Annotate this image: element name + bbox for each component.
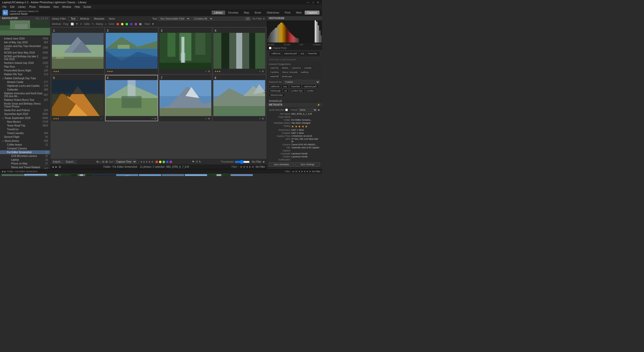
kw-yosemite[interactable]: Yosemite <box>306 52 318 56</box>
color-blue[interactable] <box>130 23 133 25</box>
survey-view-button[interactable]: ⊠ <box>105 160 108 163</box>
nav-ctrl-fll[interactable]: FLL <box>36 17 40 20</box>
histogram-header[interactable]: Histogram <box>267 16 322 20</box>
film-thumb-4[interactable]: ★★★ <box>70 174 92 176</box>
search-submit-button[interactable]: ⏎ <box>245 17 251 21</box>
grid-view-button[interactable]: ⊞ <box>96 160 99 163</box>
catalog-item-prestonfield[interactable]: Prestonfield Burns Night 105 <box>0 69 50 72</box>
navigator-header[interactable]: Navigator FLL 1:1 2:1 <box>0 16 50 20</box>
module-print[interactable]: Print <box>282 11 293 15</box>
kw-sug-laurence[interactable]: Laurence <box>290 66 302 70</box>
quick-describe-toggle[interactable] <box>285 109 288 111</box>
filmstrip-filter-arrows[interactable]: ⇌ <box>292 170 294 173</box>
toolbar-color-purple[interactable] <box>170 161 172 163</box>
color-purple[interactable] <box>135 23 137 25</box>
catalog-item-newmexico[interactable]: New Mexico 1743 <box>0 120 50 124</box>
thumbnail-slider[interactable] <box>235 160 250 164</box>
sort-direction-btn[interactable]: ↑ <box>138 160 139 163</box>
toolbar-color-blue[interactable] <box>166 161 169 163</box>
filter-dropdown-btn[interactable]: ▼ <box>262 160 265 163</box>
catalog-item-rabbie-edin[interactable]: Rabbie Edinburgh Day Trips <box>0 76 50 80</box>
menu-edit[interactable]: Edit <box>9 6 16 8</box>
edit-filter-btn[interactable]: ✎ <box>92 23 94 25</box>
menu-library[interactable]: Library <box>16 6 27 8</box>
film-thumb-2[interactable]: ★★★ <box>24 174 47 176</box>
star-3[interactable]: ★ <box>298 125 301 128</box>
filmstrip-grid-btn[interactable]: ⊞ <box>295 170 297 173</box>
color-yellow[interactable] <box>121 23 124 25</box>
sync-settings-button[interactable]: Sync Settings <box>295 162 320 166</box>
catalog-item-nireland[interactable]: Northern Ireland July 2018 2150 <box>0 61 50 65</box>
kws-national-park[interactable]: national park <box>302 85 318 88</box>
menu-scripts[interactable]: Scripts <box>82 6 93 8</box>
film-thumb-3[interactable] <box>47 174 69 176</box>
menu-view[interactable]: View <box>52 6 60 8</box>
kw-sug-cambria[interactable]: Cambria <box>269 70 280 74</box>
kws-california[interactable]: california <box>269 85 281 88</box>
filter-tab-metadata[interactable]: Metadata <box>92 17 107 21</box>
film-thumb-9[interactable] <box>185 174 207 176</box>
catalog-item-highlands[interactable]: Highlands Lochs and Castles 275 <box>0 84 50 88</box>
filter-tab-attribute[interactable]: Attribute <box>78 17 92 21</box>
searchable-field-select[interactable]: Any Searchable Field <box>158 17 190 21</box>
toolbar-color-red[interactable] <box>155 161 158 163</box>
preset-apply-btn[interactable]: ▶ <box>318 109 320 111</box>
catalog-item-compact[interactable]: Compact Camera <box>0 147 50 150</box>
kw-sug-outside[interactable]: outside <box>303 66 313 70</box>
star-1[interactable]: ★ <box>291 125 294 128</box>
compare-view-button[interactable]: ⊟ <box>102 160 104 163</box>
kws-westminster[interactable]: Westminster <box>269 93 285 97</box>
metadata-header[interactable]: Metadata ⚡ <box>267 103 322 107</box>
catalog-item-roslin[interactable]: Roslin Snow and Birthday Stress Travel P… <box>0 102 50 108</box>
kws-usa[interactable]: usa <box>282 85 289 88</box>
contains-rule-select[interactable]: Contains All <box>191 17 213 21</box>
menu-help[interactable]: Help <box>73 6 82 8</box>
original-photo-checkbox[interactable] <box>269 47 271 49</box>
sort-select[interactable]: Capture Time <box>114 160 137 164</box>
film-thumb-6[interactable] <box>116 174 138 176</box>
rotate-left-btn[interactable]: ↺ <box>195 160 198 163</box>
filter-tab-none[interactable]: None <box>107 17 117 21</box>
kw-national-park[interactable]: national park <box>283 52 299 56</box>
grid-cell-1[interactable]: 1 ★★★ <box>51 28 104 74</box>
catalog-item-gx8[interactable]: GX8 Mirrorless camera 37 <box>0 154 50 158</box>
rating-star-1[interactable]: ★ <box>140 160 142 163</box>
grid-cell-5[interactable]: 5 ★★★ ✓ <box>51 75 104 121</box>
menu-file[interactable]: File <box>1 6 8 8</box>
catalog-item-laptop[interactable]: Laptop 21 <box>0 158 50 162</box>
keyword-list-link[interactable]: Keyword List <box>269 99 282 102</box>
catalog-item-texasroadtrip[interactable]: Texas Road Trip 3663 <box>0 124 50 127</box>
catalog-item-texas[interactable]: Texas September 2018 5508 <box>0 116 50 120</box>
flag-btn[interactable]: ⚑ <box>192 160 194 163</box>
module-map[interactable]: Map <box>241 11 252 15</box>
window-controls[interactable]: — □ ✕ <box>306 1 320 4</box>
catalog-item-travellaundry[interactable]: Travel Laundry 184 <box>0 131 50 135</box>
grid-layout-btn[interactable]: ⊞ <box>59 165 61 168</box>
star-4[interactable]: ★ <box>302 125 304 128</box>
filmstrip-left-btn[interactable]: ◀ <box>2 170 3 173</box>
catalog-item-nc500b[interactable]: NC500 and Birthday trip take 2 Feb 2018 … <box>0 55 50 61</box>
film-thumb-11[interactable] <box>230 174 253 176</box>
kw-sug-roadtrip[interactable]: road trip <box>269 66 280 70</box>
module-web[interactable]: Web <box>293 11 304 15</box>
kw-sug-landscape[interactable]: landscape <box>281 75 294 78</box>
module-slideshow[interactable]: Slideshow <box>264 11 282 15</box>
flag-flagged[interactable]: ⚑ <box>76 23 78 25</box>
catalog-item-iceland[interactable]: Iceland June 2018 7658 <box>0 37 50 40</box>
kw-sug-walking[interactable]: walking <box>300 70 310 74</box>
rating-star-2[interactable]: ★ <box>143 160 145 163</box>
nav-left-btn[interactable]: ◀ <box>52 165 54 168</box>
grid-cell-2[interactable]: 2 ★★★ <box>105 28 158 74</box>
filmstrip-right-btn[interactable]: ▶ <box>4 170 6 173</box>
menu-photo[interactable]: Photo <box>28 6 37 8</box>
kw-sug-alaska[interactable]: alaska <box>280 66 290 70</box>
preset-select[interactable]: None <box>298 108 317 112</box>
sync-metadata-button[interactable]: Sync Metadata <box>269 162 294 166</box>
catalog-item-nc500[interactable]: NC500 and Skye May 2018 4460 <box>0 51 50 55</box>
export-button[interactable]: Export... <box>65 160 76 164</box>
minimize-button[interactable]: — <box>306 1 310 4</box>
color-green[interactable] <box>126 23 128 25</box>
color-none[interactable] <box>139 23 142 25</box>
film-thumb-1[interactable]: ★★★ <box>2 174 24 176</box>
catalog-item-seychelles[interactable]: Seychelles April 2018 5452 <box>0 112 50 116</box>
